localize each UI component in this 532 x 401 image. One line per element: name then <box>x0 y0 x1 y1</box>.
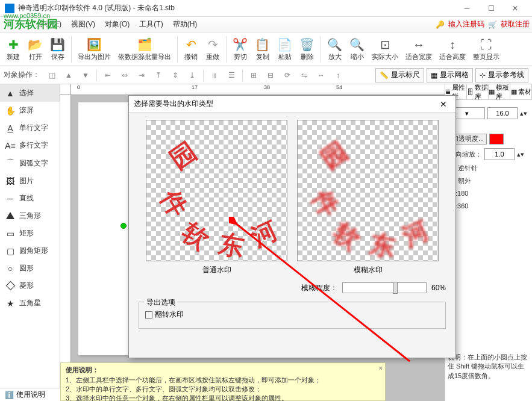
new-button[interactable]: ✚新建 <box>2 36 24 63</box>
tool-roundrect[interactable]: ▢圆角矩形 <box>0 242 60 260</box>
window-titlebar: 神奇透明水印制作软件 4.0 (试用版) - 未命名1.stb ─ ☐ ✕ <box>0 0 532 17</box>
slider-thumb[interactable] <box>393 282 398 294</box>
zoom-in-button[interactable]: 🔍放大 <box>324 36 346 63</box>
blur-label: 模糊程度： <box>301 283 337 293</box>
minimize-button[interactable]: ─ <box>455 1 479 16</box>
same-width-icon[interactable]: ↔ <box>314 68 328 82</box>
tool-select[interactable]: ▲选择 <box>0 84 60 102</box>
help-line-1: 1、左侧工具栏中选择一个功能后，在画布区域按住鼠标左键拖动，即可添加一个对象； <box>66 376 380 385</box>
dialog-title: 选择需要导出的水印类型 <box>134 99 436 109</box>
paste-button[interactable]: 📄粘贴 <box>274 36 296 63</box>
flip-checkbox-row[interactable]: 翻转水印 <box>145 310 184 319</box>
align-bottom-icon[interactable]: ⤓ <box>185 68 199 82</box>
bring-front-icon[interactable]: ▲ <box>61 68 76 82</box>
scale-input[interactable] <box>484 148 515 160</box>
export-image-button[interactable]: 🖼️导出为图片 <box>74 36 114 63</box>
help-close-button[interactable]: × <box>379 364 383 371</box>
ruler-corner <box>60 84 71 95</box>
logo-url: www.pc0359.cn <box>4 12 50 19</box>
align-center-icon[interactable]: ⇔ <box>117 68 132 82</box>
same-height-icon[interactable]: ↕ <box>331 68 345 82</box>
redo-button[interactable]: ↷重做 <box>202 36 224 63</box>
align-left-icon[interactable]: ⇤ <box>101 68 115 82</box>
color-swatch[interactable] <box>489 134 504 145</box>
help-line-3: 3、选择水印中的任意一个对象，在右侧的属性栏里可以调整该对象的属性。 <box>66 394 380 401</box>
menu-view[interactable]: 视图(V) <box>66 17 100 32</box>
ruler-horizontal: 0 17 38 54 <box>71 84 445 95</box>
preview-normal-label: 普通水印 <box>146 265 287 275</box>
layer-icon[interactable]: ◫ <box>45 68 59 82</box>
zoom-out-button[interactable]: 🔍缩小 <box>346 36 368 63</box>
tool-circle[interactable]: ○圆形 <box>0 260 60 277</box>
fit-height-button[interactable]: ↕适合高度 <box>436 36 469 63</box>
menu-tools[interactable]: 工具(T) <box>134 17 167 32</box>
star-icon: ★ <box>5 299 16 308</box>
tab-template[interactable]: ▦模板库 <box>489 84 510 99</box>
distribute-h-icon[interactable]: ⫼ <box>207 68 222 82</box>
cut-button[interactable]: ✂️剪切 <box>229 36 251 63</box>
export-batch-button[interactable]: 🗂️依数据源批量导出 <box>114 36 175 63</box>
tool-rect[interactable]: ▭矩形 <box>0 225 60 242</box>
actual-size-button[interactable]: ⊡实际大小 <box>368 36 402 63</box>
tool-diamond[interactable]: 菱形 <box>0 277 60 294</box>
stepper-icon[interactable]: ▴▾ <box>517 151 524 158</box>
show-guides-button[interactable]: ⊹显示参考线 <box>475 68 528 82</box>
flip-checkbox[interactable] <box>145 311 152 319</box>
tool-triangle[interactable]: 三角形 <box>0 207 60 225</box>
menu-object[interactable]: 对象(O) <box>100 17 134 32</box>
register-link[interactable]: 输入注册码 <box>448 19 484 30</box>
align-right-icon[interactable]: ⇥ <box>134 68 149 82</box>
align-middle-icon[interactable]: ⇕ <box>168 68 183 82</box>
main-toolbar: ✚新建 📂打开 💾保存 🖼️导出为图片 🗂️依数据源批量导出 ↶撤销 ↷重做 ✂… <box>0 33 532 66</box>
group-icon[interactable]: ⊞ <box>246 68 261 82</box>
tool-single-text[interactable]: A单行文字 <box>0 119 60 137</box>
tool-image[interactable]: 🖼图片 <box>0 172 60 190</box>
align-top-icon[interactable]: ⤒ <box>151 68 166 82</box>
sidebar-help-button[interactable]: ℹ️ 使用说明 <box>0 388 60 401</box>
maximize-button[interactable]: ☐ <box>479 1 503 16</box>
undo-button[interactable]: ↶撤销 <box>180 36 202 63</box>
grid-icon: ▦ <box>431 71 437 79</box>
send-back-icon[interactable]: ▼ <box>78 68 93 82</box>
export-dialog: 选择需要导出的水印类型 ✕ 园 件 软 东 河 普通水印 园 件 软 东 <box>128 95 456 358</box>
description-box: 说明：在上面的小圆点上按住 Shift 键拖动鼠标可以生成15度倍数角。 <box>448 353 530 381</box>
open-button[interactable]: 📂打开 <box>24 36 46 63</box>
right-panel: ≣属性栏 🗄数据库 ▦模板库 ▦素材 ▴▾ U 和透明度... 纵向缩放：▴▾ … <box>445 84 532 401</box>
distribute-v-icon[interactable]: ☰ <box>224 68 239 82</box>
object-toolbar: 对象操作： ◫ ▲ ▼ ⇤ ⇔ ⇥ ⤒ ⇕ ⤓ ⫼ ☰ ⊞ ⊟ ⟳ ⇋ ↔ ↕ … <box>0 66 532 84</box>
tool-multi-text[interactable]: A≡多行文字 <box>0 137 60 154</box>
text-multi-icon: A≡ <box>5 141 16 151</box>
delete-button[interactable]: 🗑️删除 <box>296 36 318 63</box>
preview-normal[interactable]: 园 件 软 东 河 普通水印 <box>146 120 287 275</box>
tool-arc-text[interactable]: ⌒圆弧文字 <box>0 154 60 172</box>
preview-blur[interactable]: 园 件 软 东 河 模糊水印 <box>297 120 439 275</box>
material-icon: ▦ <box>511 88 517 96</box>
flip-h-icon[interactable]: ⇋ <box>297 68 311 82</box>
cursor-icon: ▲ <box>5 89 16 98</box>
buy-link[interactable]: 获取注册 <box>501 19 530 30</box>
show-ruler-button[interactable]: 📏显示标尺 <box>375 68 424 82</box>
show-grid-button[interactable]: ▦显示网格 <box>427 68 473 82</box>
rotation-handle[interactable] <box>120 223 127 229</box>
stepper-icon[interactable]: ▴▾ <box>520 110 527 117</box>
rotate-icon[interactable]: ⟳ <box>280 68 295 82</box>
ungroup-icon[interactable]: ⊟ <box>263 68 278 82</box>
tab-database[interactable]: 🗄数据库 <box>467 84 489 99</box>
tool-star[interactable]: ★五角星 <box>0 294 60 312</box>
close-button[interactable]: ✕ <box>503 1 527 16</box>
font-size-input[interactable] <box>487 107 518 119</box>
tpl-icon: ▦ <box>489 88 495 96</box>
line-icon: ─ <box>5 194 16 204</box>
copy-button[interactable]: 📋复制 <box>251 36 274 63</box>
help-line-2: 2、水印中的单行文字、多行文字、圆弧文字对象均可以双击修改； <box>66 385 380 394</box>
tool-line[interactable]: ─直线 <box>0 190 60 207</box>
fit-width-button[interactable]: ↔适合宽度 <box>402 36 436 63</box>
export-legend: 导出选项 <box>144 297 178 308</box>
tool-scroll[interactable]: ✋滚屏 <box>0 102 60 119</box>
save-button[interactable]: 💾保存 <box>46 36 69 63</box>
menu-help[interactable]: 帮助(H) <box>168 17 202 32</box>
tab-material[interactable]: ▦素材 <box>510 84 532 99</box>
blur-slider[interactable] <box>342 282 427 293</box>
fit-page-button[interactable]: ⛶整页显示 <box>469 36 503 63</box>
dialog-close-button[interactable]: ✕ <box>436 99 451 109</box>
